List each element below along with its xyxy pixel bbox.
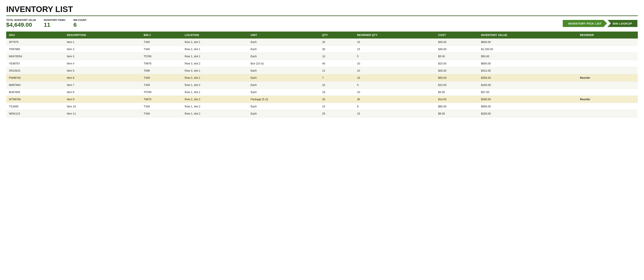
cell-reorder: Reorder bbox=[577, 74, 638, 82]
col-header-reorder-qty: REORDER QTY bbox=[354, 32, 436, 38]
cell-description: Item 3 bbox=[64, 53, 141, 60]
cell-qty: 15 bbox=[320, 103, 354, 110]
cell-inventory-value: $600.00 bbox=[478, 38, 577, 46]
table-row: MK676554Item 3T5789Row 1, slot 1Each105$… bbox=[6, 53, 638, 60]
cell-qty: 20 bbox=[320, 38, 354, 46]
cell-bin-#: T9875 bbox=[141, 96, 182, 103]
cell-bin-#: T349 bbox=[141, 103, 182, 110]
table-row: BM87684Item 7T349Row 1, slot 2Each105$10… bbox=[6, 82, 638, 88]
cell-unit: Each bbox=[248, 103, 320, 110]
cell-sku: BH67655 bbox=[6, 88, 64, 96]
cell-unit: Each bbox=[248, 53, 320, 60]
cell-qty: 25 bbox=[320, 110, 354, 117]
cell-sku: YE98767 bbox=[6, 60, 64, 67]
cell-bin-#: T345 bbox=[141, 74, 182, 82]
cell-inventory-value: $200.00 bbox=[478, 110, 577, 117]
cell-bin-#: T349 bbox=[141, 110, 182, 117]
cell-bin-#: T5789 bbox=[141, 88, 182, 96]
cell-reorder bbox=[577, 103, 638, 110]
table-row: TR87680Item 2T345Row 2, slot 1Each3015$4… bbox=[6, 46, 638, 53]
table-row: WT98768Item 9T9875Row 2, slot 2Package (… bbox=[6, 96, 638, 103]
cell-description: Item 5 bbox=[64, 67, 141, 74]
cell-description: Item 11 bbox=[64, 110, 141, 117]
table-row: PW98762Item 6T345Row 2, slot 1Each710$50… bbox=[6, 74, 638, 82]
cell-inventory-value: $600.00 bbox=[478, 60, 577, 67]
cell-reorder bbox=[577, 82, 638, 88]
cell-unit: Each bbox=[248, 110, 320, 117]
cell-unit: Each bbox=[248, 88, 320, 96]
table-row: BH67655Item 8T5789Row 1, slot 1Each1910$… bbox=[6, 88, 638, 96]
cell-cost: $14.00 bbox=[435, 96, 478, 103]
cell-reorder-qty: 10 bbox=[354, 67, 436, 74]
cell-unit: Each bbox=[248, 46, 320, 53]
cell-sku: SP7875 bbox=[6, 38, 64, 46]
table-row: WDG123Item 11T349Row 1, slot 2Each2515$8… bbox=[6, 110, 638, 117]
cell-reorder bbox=[577, 88, 638, 96]
cell-reorder bbox=[577, 60, 638, 67]
bin-lookup-button[interactable]: BIN LOOKUP bbox=[608, 20, 638, 27]
cell-bin-#: T098 bbox=[141, 67, 182, 74]
cell-sku: WT98768 bbox=[6, 96, 64, 103]
col-header-reorder: REORDER bbox=[577, 32, 638, 38]
total-inventory-item: TOTAL INVENTORY VALUE $4,649.00 bbox=[6, 19, 36, 28]
cell-inventory-value: $900.00 bbox=[478, 103, 577, 110]
cell-bin-#: T345 bbox=[141, 38, 182, 46]
bin-count-value: 6 bbox=[73, 22, 87, 28]
cell-reorder-qty: 10 bbox=[354, 60, 436, 67]
cell-sku: WDG123 bbox=[6, 110, 64, 117]
page-title: INVENTORY LIST bbox=[6, 5, 638, 14]
cell-cost: $40.00 bbox=[435, 46, 478, 53]
cell-description: Item 1 bbox=[64, 38, 141, 46]
table-row: TS3456Item 10T349Row 1, slot 2Each158$60… bbox=[6, 103, 638, 110]
col-header-description: DESCRIPTION bbox=[64, 32, 141, 38]
cell-reorder-qty: 5 bbox=[354, 82, 436, 88]
col-header-location: LOCATION bbox=[182, 32, 248, 38]
items-count-item: INVENTORY ITEMS: 11 bbox=[44, 19, 66, 28]
cell-reorder-qty: 5 bbox=[354, 53, 436, 60]
cell-qty: 10 bbox=[320, 53, 354, 60]
cell-cost: $5.00 bbox=[435, 53, 478, 60]
cell-reorder bbox=[577, 46, 638, 53]
col-header-unit: UNIT bbox=[248, 32, 320, 38]
cell-location: Row 3, slot 2 bbox=[182, 60, 248, 67]
cell-reorder-qty: 8 bbox=[354, 103, 436, 110]
cell-inventory-value: $280.00 bbox=[478, 96, 577, 103]
cell-location: Row 3, slot 1 bbox=[182, 67, 248, 74]
nav-buttons: INVENTORY PICK LIST BIN LOOKUP bbox=[563, 20, 638, 27]
cell-qty: 7 bbox=[320, 74, 354, 82]
cell-cost: $15.00 bbox=[435, 60, 478, 67]
cell-location: Row 1, slot 2 bbox=[182, 82, 248, 88]
cell-reorder-qty: 10 bbox=[354, 74, 436, 82]
cell-reorder bbox=[577, 67, 638, 74]
cell-location: Row 2, slot 1 bbox=[182, 46, 248, 53]
cell-sku: BM87684 bbox=[6, 82, 64, 88]
cell-inventory-value: $100.00 bbox=[478, 82, 577, 88]
bin-count-item: BIN COUNT: 6 bbox=[73, 19, 87, 28]
cell-reorder bbox=[577, 110, 638, 117]
cell-location: Row 1, slot 1 bbox=[182, 53, 248, 60]
cell-unit: Package (5 ct) bbox=[248, 96, 320, 103]
cell-inventory-value: $57.00 bbox=[478, 88, 577, 96]
cell-reorder-qty: 10 bbox=[354, 38, 436, 46]
col-header-cost: COST bbox=[435, 32, 478, 38]
bin-count-label: BIN COUNT: bbox=[73, 19, 87, 22]
cell-description: Item 2 bbox=[64, 46, 141, 53]
cell-qty: 10 bbox=[320, 82, 354, 88]
cell-description: Item 9 bbox=[64, 96, 141, 103]
cell-description: Item 8 bbox=[64, 88, 141, 96]
summary-row: TOTAL INVENTORY VALUE $4,649.00 INVENTOR… bbox=[6, 19, 638, 28]
cell-reorder-qty: 30 bbox=[354, 96, 436, 103]
cell-description: Item 6 bbox=[64, 74, 141, 82]
table-row: YE98767Item 4T9876Row 3, slot 2Box (10 c… bbox=[6, 60, 638, 67]
cell-inventory-value: $1,200.00 bbox=[478, 46, 577, 53]
col-header-inventory-value: INVENTORY VALUE bbox=[478, 32, 577, 38]
inventory-table: SKUDESCRIPTIONBIN #LOCATIONUNITQTYREORDE… bbox=[6, 32, 638, 117]
inventory-pick-list-button[interactable]: INVENTORY PICK LIST bbox=[563, 20, 607, 27]
cell-location: Row 1, slot 2 bbox=[182, 103, 248, 110]
cell-sku: XR23423 bbox=[6, 67, 64, 74]
cell-unit: Each bbox=[248, 74, 320, 82]
cell-reorder-qty: 15 bbox=[354, 46, 436, 53]
cell-bin-#: T345 bbox=[141, 46, 182, 53]
cell-qty: 12 bbox=[320, 67, 354, 74]
cell-cost: $30.00 bbox=[435, 38, 478, 46]
